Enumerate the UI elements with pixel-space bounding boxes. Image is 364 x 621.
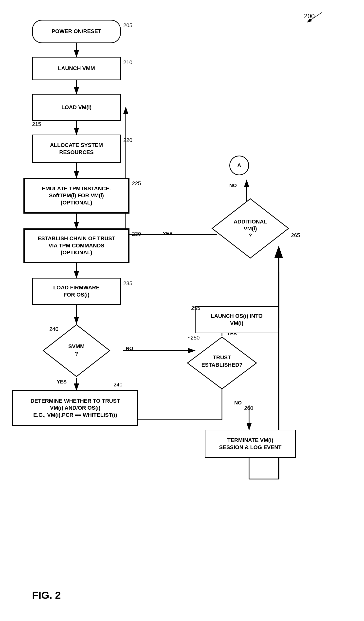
- additional-vm-no-label: NO: [229, 183, 237, 188]
- trust-established-diamond-svg: TRUST ESTABLISHED?: [186, 336, 258, 390]
- connector-a-circle: A: [229, 156, 249, 175]
- load-vm-box: LOAD VM(i): [32, 94, 121, 121]
- terminate-box: TERMINATE VM(i)SESSION & LOG EVENT: [205, 430, 296, 458]
- flowchart-diagram: 200 POWER ON/RESET 205 LAUNCH VMM 210 LO…: [0, 0, 364, 621]
- additional-vm-yes-label: YES: [163, 231, 173, 237]
- svg-text:VM(i): VM(i): [244, 225, 257, 232]
- arrows-svg: [0, 0, 364, 621]
- svg-text:?: ?: [249, 232, 252, 239]
- launch-os-box: LAUNCH OS(i) INTOVM(i): [195, 306, 279, 333]
- svg-text:ESTABLISHED?: ESTABLISHED?: [201, 362, 242, 368]
- svg-text:SVMM: SVMM: [68, 343, 85, 349]
- load-firmware-box: LOAD FIRMWAREFOR OS(i): [32, 278, 121, 305]
- svmm-yes-label: YES: [57, 379, 67, 385]
- ref-255: 255: [191, 305, 200, 311]
- ref-205: 205: [123, 22, 132, 29]
- ref-210: 210: [123, 59, 132, 66]
- ref-220: 220: [123, 137, 132, 143]
- ref-260-label: 260: [244, 405, 253, 411]
- svg-text:ADDITIONAL: ADDITIONAL: [234, 219, 267, 225]
- emulate-tpm-box: EMULATE TPM INSTANCE-SoftTPM(i) FOR VM(i…: [23, 178, 129, 214]
- additional-vm-diamond-svg: ADDITIONAL VM(i) ?: [211, 198, 290, 259]
- determine-trust-box: DETERMINE WHETHER TO TRUSTVM(i) AND/OR O…: [12, 390, 138, 426]
- ref-245: 240: [113, 381, 123, 388]
- ref-250: ~250: [187, 335, 200, 341]
- svg-line-33: [307, 12, 322, 22]
- ref-240: 240: [49, 326, 58, 332]
- ref-225: 225: [132, 180, 141, 187]
- ref-235: 235: [123, 280, 132, 287]
- power-on-reset-box: POWER ON/RESET: [32, 20, 121, 43]
- svg-text:?: ?: [75, 351, 78, 357]
- allocate-resources-box: ALLOCATE SYSTEMRESOURCES: [32, 135, 121, 163]
- svmm-no-label: NO: [126, 346, 133, 351]
- establish-chain-box: ESTABLISH CHAIN OF TRUSTVIA TPM COMMANDS…: [23, 228, 129, 263]
- ref-265: 265: [291, 232, 300, 239]
- ref-230: 230: [132, 231, 141, 237]
- ref-215: 215: [32, 121, 41, 127]
- diagram-num-arrow: [302, 10, 327, 25]
- fig-label: FIG. 2: [32, 589, 61, 601]
- launch-vmm-box: LAUNCH VMM: [32, 57, 121, 80]
- svg-text:TRUST: TRUST: [213, 354, 231, 361]
- trust-no-label: NO: [234, 400, 242, 406]
